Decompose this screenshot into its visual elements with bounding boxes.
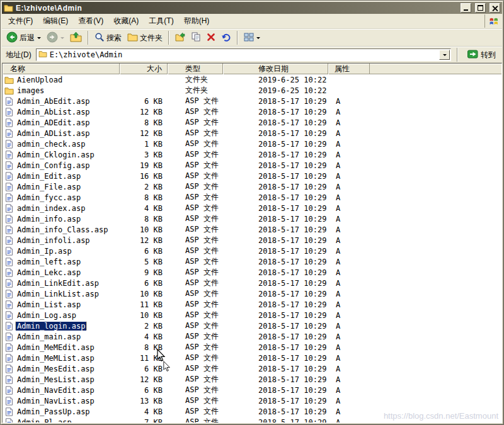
file-row[interactable]: Admin_info.asp 8 KB ASP 文件 2018-5-17 10:… (3, 213, 501, 224)
undo-button[interactable] (219, 30, 234, 45)
file-size: 8 KB (120, 193, 168, 202)
column-header-size[interactable]: 大小 (120, 64, 168, 74)
go-button[interactable]: 转到 (464, 48, 500, 62)
file-row[interactable]: Admin_LinkEdit.asp 6 KB ASP 文件 2018-5-17… (3, 278, 501, 288)
column-header-filler (370, 64, 501, 74)
views-dropdown-icon (256, 37, 260, 39)
file-row[interactable]: Admin_info_Class.asp 10 KB ASP 文件 2018-5… (3, 224, 501, 235)
file-row[interactable]: Admin_File.asp 2 KB ASP 文件 2018-5-17 10:… (3, 181, 501, 192)
file-date: 2018-5-17 10:29 (223, 386, 328, 395)
folders-button[interactable]: 文件夹 (125, 30, 165, 45)
file-row[interactable]: Admin_fycc.asp 8 KB ASP 文件 2018-5-17 10:… (3, 192, 501, 203)
up-button[interactable] (67, 30, 84, 45)
file-row[interactable]: Admin_main.asp 4 KB ASP 文件 2018-5-17 10:… (3, 331, 501, 342)
file-row[interactable]: Admin_ADList.asp 12 KB ASP 文件 2018-5-17 … (3, 128, 501, 139)
menu-tools[interactable]: 工具(T) (144, 14, 178, 28)
file-row[interactable]: admin_left.asp 5 KB ASP 文件 2018-5-17 10:… (3, 256, 501, 267)
file-date: 2018-5-17 10:29 (223, 375, 328, 384)
file-row[interactable]: Admin_infoli.asp 12 KB ASP 文件 2018-5-17 … (3, 235, 501, 246)
file-row[interactable]: Admin_LinkList.asp 10 KB ASP 文件 2018-5-1… (3, 288, 501, 299)
file-row[interactable]: images 文件夹 2019-6-25 10:22 (3, 85, 501, 96)
file-size: 6 KB (120, 247, 168, 256)
file-type: ASP 文件 (168, 160, 223, 171)
file-row[interactable]: Admin_MesEdit.asp 6 KB ASP 文件 2018-5-17 … (3, 363, 501, 374)
file-row[interactable]: Admin_ADEdit.asp 8 KB ASP 文件 2018-5-17 1… (3, 117, 501, 128)
column-header-name[interactable]: 名称 (3, 64, 120, 74)
minimize-button[interactable] (461, 3, 471, 13)
watermark: https://blog.csdn.net/Eastmount (384, 411, 498, 421)
file-type: ASP 文件 (168, 417, 223, 422)
column-header-type[interactable]: 类型 (168, 64, 223, 74)
file-name: Admin_LinkList.asp (16, 290, 100, 298)
file-row[interactable]: admin_check.asp 1 KB ASP 文件 2018-5-17 10… (3, 139, 501, 149)
file-name: Admin_info.asp (16, 215, 82, 224)
file-type: ASP 文件 (168, 149, 223, 160)
column-header-attr[interactable]: 属性 (328, 64, 370, 74)
file-name: Admin_Lekc.asp (16, 268, 82, 277)
file-type: ASP 文件 (168, 235, 223, 246)
file-attr: A (328, 161, 370, 170)
file-row[interactable]: Admin_MesList.asp 12 KB ASP 文件 2018-5-17… (3, 374, 501, 385)
file-type: ASP 文件 (168, 342, 223, 353)
menu-help[interactable]: 帮助(H) (179, 14, 215, 28)
address-dropdown-button[interactable] (439, 50, 450, 60)
file-row[interactable]: admin_index.asp 4 KB ASP 文件 2018-5-17 10… (3, 203, 501, 213)
file-date: 2018-5-17 10:29 (223, 365, 328, 373)
file-row[interactable]: Admin_NavEdit.asp 6 KB ASP 文件 2018-5-17 … (3, 385, 501, 395)
menu-favorites[interactable]: 收藏(A) (108, 14, 144, 28)
file-icon (4, 215, 14, 224)
file-row[interactable]: Admin_AbList.asp 12 KB ASP 文件 2018-5-17 … (3, 106, 501, 117)
file-attr: A (328, 236, 370, 245)
file-name: Admin_ADList.asp (16, 129, 91, 138)
folder-icon (4, 4, 13, 12)
column-header-date[interactable]: 修改日期 (223, 64, 328, 74)
file-icon (4, 108, 14, 116)
file-row[interactable]: Admin_Ip.asp 6 KB ASP 文件 2018-5-17 10:29… (3, 246, 501, 256)
mouse-cursor-icon (157, 349, 166, 362)
menu-view[interactable]: 查看(V) (73, 14, 108, 28)
file-row[interactable]: Admin_Lekc.asp 9 KB ASP 文件 2018-5-17 10:… (3, 267, 501, 278)
file-size: 12 KB (120, 375, 168, 384)
forward-button[interactable] (44, 30, 67, 45)
file-row[interactable]: Admin_NavList.asp 13 KB ASP 文件 2018-5-17… (3, 395, 501, 406)
file-date: 2018-5-17 10:29 (223, 397, 328, 405)
file-row[interactable]: Admin_MeMList.asp 11 KB ASP 文件 2018-5-17… (3, 353, 501, 363)
file-name: AienUpload (16, 76, 64, 84)
search-button[interactable]: 搜索 (92, 30, 124, 45)
file-type: ASP 文件 (168, 395, 223, 406)
file-row[interactable]: Admin_List.asp 11 KB ASP 文件 2018-5-17 10… (3, 299, 501, 310)
file-row[interactable]: Admin_Config.asp 19 KB ASP 文件 2018-5-17 … (3, 160, 501, 171)
file-attr: A (328, 97, 370, 106)
column-headers: 名称 大小 类型 修改日期 属性 (3, 64, 501, 74)
file-icon (4, 225, 14, 234)
address-input[interactable]: E:\zhivote\Admin (36, 48, 451, 61)
file-row[interactable]: Admin_Cklogin.asp 3 KB ASP 文件 2018-5-17 … (3, 149, 501, 160)
file-row[interactable]: Admin_Edit.asp 16 KB ASP 文件 2018-5-17 10… (3, 171, 501, 181)
file-icon (4, 193, 14, 202)
back-button[interactable]: 后退 (4, 30, 43, 45)
file-size: 4 KB (120, 204, 168, 213)
menubar: 文件(F) 编辑(E) 查看(V) 收藏(A) 工具(T) 帮助(H) (2, 14, 502, 29)
chevron-down-icon (443, 54, 447, 56)
menu-file[interactable]: 文件(F) (3, 14, 38, 28)
file-date: 2018-5-17 10:29 (223, 258, 328, 266)
maximize-button[interactable] (475, 3, 486, 13)
file-type: ASP 文件 (168, 96, 223, 106)
delete-button[interactable] (204, 30, 218, 45)
file-row[interactable]: Admin_MeMEdit.asp 8 KB ASP 文件 2018-5-17 … (3, 342, 501, 353)
file-name: admin_index.asp (16, 204, 86, 213)
copy-to-button[interactable] (189, 30, 203, 45)
file-attr: A (328, 140, 370, 149)
file-row[interactable]: AienUpload 文件夹 2019-6-25 10:22 (3, 74, 501, 85)
menu-edit[interactable]: 编辑(E) (38, 14, 73, 28)
file-attr: A (328, 247, 370, 256)
close-button[interactable] (490, 3, 500, 13)
file-row[interactable]: Admin_AbEdit.asp 6 KB ASP 文件 2018-5-17 1… (3, 96, 501, 106)
file-attr: A (328, 108, 370, 116)
file-row[interactable]: Admin_login.asp 2 KB ASP 文件 2018-5-17 10… (3, 320, 501, 331)
move-to-button[interactable] (173, 30, 188, 45)
views-button[interactable] (241, 30, 263, 45)
file-icon (4, 247, 14, 256)
file-row[interactable]: Admin_Log.asp 10 KB ASP 文件 2018-5-17 10:… (3, 310, 501, 320)
file-size: 9 KB (120, 268, 168, 277)
